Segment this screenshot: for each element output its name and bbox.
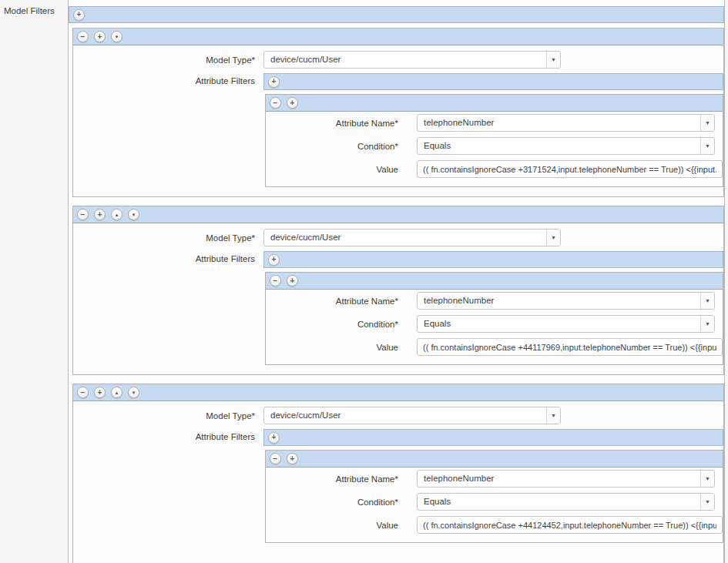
add-filter-button[interactable]: + (94, 387, 106, 398)
model-filters-label: Model Filters (4, 6, 55, 15)
model-filter-block: − + ▲ ▼ Model Type* device/cucm/User ▼ A… (72, 384, 724, 563)
model-type-value: device/cucm/User (264, 52, 546, 68)
move-down-button[interactable]: ▼ (128, 209, 139, 220)
add-attribute-filter-button[interactable]: + (268, 432, 280, 444)
remove-attribute-filter-button[interactable]: − (270, 453, 281, 464)
add-attribute-filter-button[interactable]: + (287, 453, 298, 464)
remove-attribute-filter-button[interactable]: − (270, 275, 281, 287)
attribute-name-label: Attribute Name* (266, 119, 417, 128)
model-filter-block: − + ▲ ▼ Model Type* device/cucm/User ▼ A… (72, 206, 724, 375)
value-label: Value (266, 521, 417, 530)
chevron-down-icon[interactable]: ▼ (700, 494, 714, 510)
condition-value: Equals (418, 138, 700, 154)
remove-filter-button[interactable]: − (77, 387, 89, 398)
value-label: Value (266, 343, 417, 352)
attribute-name-select[interactable]: telephoneNumber ▼ (417, 114, 715, 132)
model-type-value: device/cucm/User (264, 230, 546, 246)
attribute-name-select[interactable]: telephoneNumber ▼ (417, 292, 715, 310)
move-up-button[interactable]: ▲ (111, 387, 122, 398)
condition-value: Equals (418, 494, 700, 510)
chevron-down-icon[interactable]: ▼ (700, 115, 714, 131)
condition-label: Condition* (266, 142, 417, 151)
model-filter-block: − + ▼ Model Type* device/cucm/User ▼ Att… (72, 28, 724, 197)
value-input[interactable] (417, 160, 723, 178)
attribute-name-select[interactable]: telephoneNumber ▼ (417, 470, 715, 488)
attribute-name-label: Attribute Name* (266, 474, 417, 484)
attribute-filters-list: + − + Attribute Name* telephoneNumber ▼ (263, 429, 723, 543)
model-filter-header-bar: − + ▲ ▼ (73, 206, 723, 223)
model-filters-page: Model Filters + − + ▼ Model Type* device… (0, 0, 728, 563)
attribute-filter-header-bar: − + (266, 95, 723, 112)
model-type-select[interactable]: device/cucm/User ▼ (263, 229, 561, 246)
move-down-button[interactable]: ▼ (128, 387, 139, 398)
attribute-filters-list: + − + Attribute Name* telephoneNumber ▼ (263, 73, 723, 187)
chevron-down-icon[interactable]: ▼ (700, 471, 714, 487)
add-attribute-filter-button[interactable]: + (268, 76, 280, 88)
model-filter-header-bar: − + ▼ (73, 28, 723, 45)
add-attribute-filter-button[interactable]: + (287, 275, 298, 287)
condition-select[interactable]: Equals ▼ (417, 315, 715, 333)
add-attribute-filter-button[interactable]: + (287, 97, 298, 109)
condition-select[interactable]: Equals ▼ (417, 137, 715, 155)
attribute-filter-block: − + Attribute Name* telephoneNumber ▼ Co… (265, 450, 723, 543)
attribute-name-label: Attribute Name* (266, 297, 417, 306)
value-input[interactable] (417, 338, 723, 356)
model-filters-container: + − + ▼ Model Type* device/cucm/User ▼ A… (68, 0, 725, 563)
add-model-filter-button[interactable]: + (73, 9, 85, 21)
model-filter-header-bar: − + ▲ ▼ (73, 384, 723, 401)
value-label: Value (266, 165, 417, 174)
model-type-label: Model Type* (73, 411, 263, 421)
chevron-down-icon[interactable]: ▼ (546, 52, 560, 68)
value-input[interactable] (417, 516, 723, 534)
move-down-button[interactable]: ▼ (111, 31, 122, 42)
condition-label: Condition* (266, 320, 417, 329)
model-type-value: device/cucm/User (264, 407, 546, 424)
add-filter-button[interactable]: + (94, 209, 106, 220)
chevron-down-icon[interactable]: ▼ (700, 138, 714, 154)
attribute-filter-block: − + Attribute Name* telephoneNumber ▼ Co… (265, 94, 723, 187)
remove-attribute-filter-button[interactable]: − (270, 97, 281, 109)
attribute-filter-header-bar: − + (266, 273, 723, 290)
attribute-name-value: telephoneNumber (418, 115, 700, 131)
chevron-down-icon[interactable]: ▼ (546, 230, 560, 246)
chevron-down-icon[interactable]: ▼ (700, 316, 714, 332)
attribute-filters-add-bar: + (263, 73, 723, 90)
attribute-filters-add-bar: + (263, 251, 723, 268)
condition-select[interactable]: Equals ▼ (417, 493, 715, 511)
model-type-select[interactable]: device/cucm/User ▼ (263, 407, 561, 424)
add-filter-button[interactable]: + (94, 31, 106, 42)
attribute-filters-list: + − + Attribute Name* telephoneNumber ▼ (263, 251, 723, 365)
remove-filter-button[interactable]: − (77, 31, 89, 42)
condition-label: Condition* (266, 498, 417, 507)
remove-filter-button[interactable]: − (77, 209, 89, 220)
move-up-button[interactable]: ▲ (111, 209, 122, 220)
attribute-name-value: telephoneNumber (418, 293, 700, 309)
attribute-filters-label: Attribute Filters (73, 429, 263, 441)
chevron-down-icon[interactable]: ▼ (700, 293, 714, 309)
model-type-label: Model Type* (73, 55, 263, 65)
model-type-select[interactable]: device/cucm/User ▼ (263, 51, 561, 69)
attribute-filters-add-bar: + (263, 429, 723, 446)
model-type-label: Model Type* (73, 233, 263, 243)
attribute-filter-block: − + Attribute Name* telephoneNumber ▼ Co… (265, 272, 723, 365)
attribute-filter-header-bar: − + (266, 451, 723, 467)
attribute-filters-label: Attribute Filters (73, 251, 263, 263)
model-filters-add-bar: + (69, 6, 724, 23)
form-label-column: Model Filters (0, 0, 68, 563)
add-attribute-filter-button[interactable]: + (268, 254, 280, 266)
attribute-filters-label: Attribute Filters (73, 73, 263, 85)
condition-value: Equals (418, 316, 700, 332)
chevron-down-icon[interactable]: ▼ (546, 407, 560, 424)
attribute-name-value: telephoneNumber (418, 471, 700, 487)
